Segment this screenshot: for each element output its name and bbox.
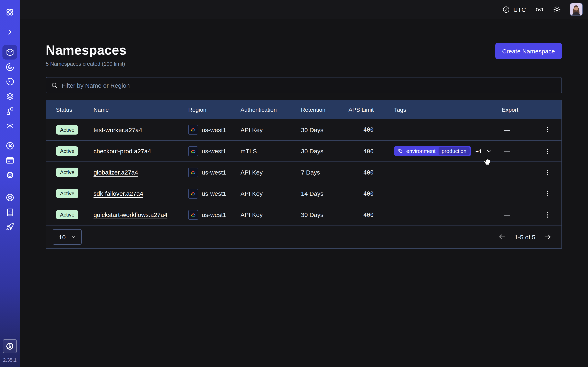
- sidebar-item-usage[interactable]: [2, 138, 17, 153]
- expand-sidebar-icon[interactable]: [2, 25, 17, 40]
- row-actions-menu[interactable]: [539, 169, 557, 176]
- sidebar-item-namespaces[interactable]: [2, 45, 17, 59]
- row-actions-menu[interactable]: [539, 211, 557, 218]
- avatar-image: [570, 3, 582, 16]
- namespace-link[interactable]: test-worker.a27a4: [94, 126, 142, 133]
- pagination-range: 1-5 of 5: [515, 234, 535, 240]
- glasses-icon: [535, 5, 544, 14]
- tag-chip[interactable]: environment production: [394, 146, 471, 156]
- kebab-menu-icon: [544, 190, 551, 197]
- create-namespace-button[interactable]: Create Namespace: [495, 43, 562, 59]
- sidebar-item-settings[interactable]: [2, 167, 17, 182]
- tag-value: production: [438, 147, 470, 155]
- col-region: Region: [188, 106, 241, 113]
- region-label: us-west1: [202, 169, 226, 176]
- gcp-region-icon: [188, 125, 198, 134]
- user-avatar[interactable]: [570, 3, 582, 16]
- namespace-link[interactable]: checkout-prod.a27a4: [94, 148, 151, 155]
- row-actions-menu[interactable]: [539, 147, 557, 155]
- table-body: Active test-worker.a27a4 us-west1 API Ke…: [46, 119, 562, 225]
- aps-limit-value: 400: [339, 148, 374, 154]
- retention-value: 30 Days: [301, 148, 339, 155]
- sidebar-item-schedules[interactable]: [2, 74, 17, 89]
- aps-limit-value: 400: [339, 211, 374, 218]
- sidebar-item-workflows[interactable]: [2, 59, 17, 74]
- table-row[interactable]: Active checkout-prod.a27a4 us-west1 mTLS…: [46, 140, 562, 161]
- app-version: 2.35.1: [3, 357, 17, 363]
- namespace-link[interactable]: quickstart-workflows.a27a4: [94, 211, 167, 218]
- theme-toggle[interactable]: [553, 5, 561, 13]
- gcp-region-icon: [188, 167, 198, 177]
- page-size-select[interactable]: 10: [53, 229, 81, 245]
- table-header-row: Status Name Region Authentication Retent…: [46, 100, 562, 119]
- auth-method: API Key: [241, 126, 301, 133]
- status-badge: Active: [56, 146, 79, 156]
- sidebar-divider: [0, 186, 20, 186]
- content: Namespaces 5 Namespaces created (100 lim…: [20, 19, 588, 367]
- page-subtitle: 5 Namespaces created (100 limit): [46, 61, 126, 67]
- chevron-down-icon: [486, 148, 493, 154]
- status-badge: Active: [56, 189, 79, 198]
- namespaces-table: Status Name Region Authentication Retent…: [46, 100, 562, 249]
- tag-more-count: +1: [476, 148, 482, 154]
- status-badge: Active: [56, 125, 79, 134]
- filter-bar[interactable]: [46, 77, 562, 93]
- gcp-region-icon: [188, 189, 198, 198]
- region-label: us-west1: [202, 211, 226, 218]
- chevron-down-icon: [70, 234, 76, 240]
- retention-value: 7 Days: [301, 169, 339, 176]
- export-value: —: [494, 190, 539, 197]
- row-actions-menu[interactable]: [539, 126, 557, 133]
- prev-page-button[interactable]: [498, 233, 506, 241]
- retention-value: 30 Days: [301, 126, 339, 133]
- sidebar-item-batch-operations[interactable]: [2, 118, 17, 133]
- namespace-link[interactable]: sdk-failover.a27a4: [94, 190, 143, 197]
- auth-method: API Key: [241, 169, 301, 176]
- aps-limit-value: 400: [339, 190, 374, 197]
- sidebar-item-getting-started[interactable]: [2, 219, 17, 234]
- timezone-selector[interactable]: UTC: [502, 6, 526, 13]
- namespace-link[interactable]: globalizer.a27a4: [94, 169, 138, 176]
- col-tags: Tags: [374, 106, 494, 113]
- arrow-right-icon: [544, 233, 552, 241]
- arrow-left-icon: [498, 233, 506, 241]
- row-actions-menu[interactable]: [539, 190, 557, 197]
- sidebar: 2.35.1: [0, 0, 20, 367]
- export-value: —: [494, 169, 539, 176]
- filter-input[interactable]: [62, 82, 557, 89]
- kebab-menu-icon: [544, 147, 551, 155]
- temporal-logo[interactable]: [2, 5, 17, 20]
- status-badge: Active: [56, 210, 79, 219]
- sidebar-item-deployments[interactable]: [2, 89, 17, 104]
- tag-key: environment: [406, 148, 435, 154]
- topbar: UTC: [20, 0, 588, 19]
- labs-toggle[interactable]: [535, 5, 544, 14]
- aps-limit-value: 400: [339, 169, 374, 175]
- export-value: —: [494, 148, 539, 155]
- sidebar-item-docs[interactable]: [2, 205, 17, 219]
- pricing-button[interactable]: [3, 339, 17, 353]
- sidebar-item-support[interactable]: [2, 190, 17, 205]
- next-page-button[interactable]: [544, 233, 552, 241]
- table-row[interactable]: Active sdk-failover.a27a4 us-west1 API K…: [46, 183, 562, 204]
- auth-method: mTLS: [241, 148, 301, 155]
- search-icon: [51, 82, 58, 89]
- table-row[interactable]: Active globalizer.a27a4 us-west1 API Key…: [46, 161, 562, 183]
- col-export: Export: [494, 106, 539, 113]
- col-name: Name: [94, 106, 188, 113]
- col-authentication: Authentication: [241, 106, 301, 113]
- table-row[interactable]: Active quickstart-workflows.a27a4 us-wes…: [46, 204, 562, 225]
- page-title: Namespaces: [46, 42, 126, 58]
- status-badge: Active: [56, 167, 79, 177]
- table-row[interactable]: Active test-worker.a27a4 us-west1 API Ke…: [46, 119, 562, 140]
- sidebar-item-nexus[interactable]: [2, 104, 17, 118]
- dollar-seal-icon: [5, 342, 14, 351]
- gcp-region-icon: [188, 146, 198, 156]
- tag-icon: [398, 148, 403, 154]
- gcp-region-icon: [188, 210, 198, 220]
- region-label: us-west1: [202, 126, 226, 133]
- region-label: us-west1: [202, 190, 226, 197]
- retention-value: 30 Days: [301, 211, 339, 218]
- sidebar-item-billing[interactable]: [2, 153, 17, 167]
- tags-expand-chevron[interactable]: [486, 148, 493, 154]
